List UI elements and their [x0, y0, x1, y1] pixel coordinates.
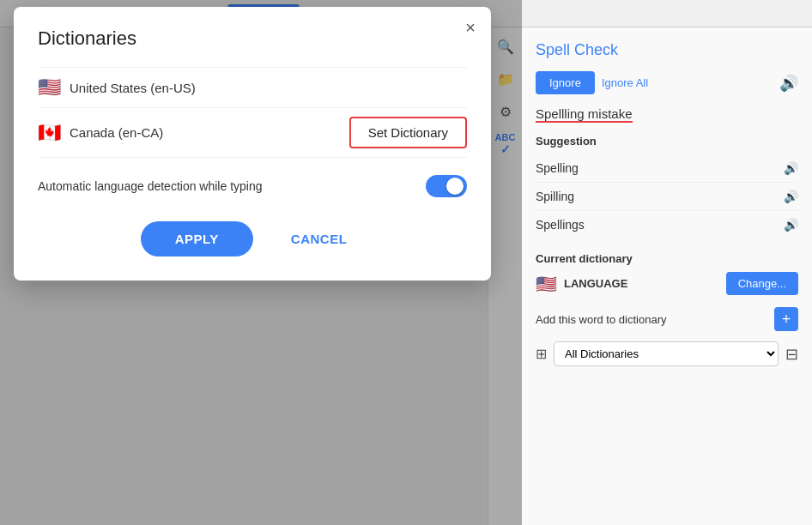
sound-icon[interactable]: 🔊 — [779, 74, 798, 93]
ignore-all-button[interactable]: Ignore All — [602, 76, 648, 89]
spell-check-panel: Spell Check Ignore Ignore All 🔊 Spelllin… — [522, 27, 812, 525]
toggle-track — [426, 175, 467, 197]
modal-actions: APPLY CANCEL — [38, 221, 467, 256]
ignore-button[interactable]: Ignore — [536, 71, 595, 94]
cancel-button[interactable]: CANCEL — [274, 221, 365, 256]
auto-detect-row: Automatic language detection while typin… — [38, 175, 467, 197]
auto-detect-toggle[interactable] — [426, 175, 467, 197]
change-button[interactable]: Change... — [726, 272, 798, 295]
spell-check-title: Spell Check — [536, 41, 798, 59]
dict-dropdown-row: ⊞ All Dictionaries ⊟ — [536, 341, 798, 366]
dict-item-ca[interactable]: 🇨🇦 Canada (en-CA) Set Dictionary — [38, 108, 467, 158]
grid-view-icon[interactable]: ⊟ — [785, 345, 798, 364]
auto-detect-label: Automatic language detection while typin… — [38, 179, 263, 193]
suggestion-item[interactable]: Spilling 🔊 — [536, 183, 798, 211]
us-dict-name: United States (en-US) — [70, 81, 467, 95]
dict-dropdown-icon: ⊞ — [536, 346, 547, 362]
lang-flag-icon: 🇺🇸 — [536, 274, 557, 294]
ca-flag-icon: 🇨🇦 — [38, 122, 61, 144]
sound-icon-1[interactable]: 🔊 — [784, 161, 798, 175]
all-dictionaries-select[interactable]: All Dictionaries — [554, 341, 779, 366]
us-flag-icon: 🇺🇸 — [38, 76, 61, 99]
dictionaries-modal: × Dictionaries 🇺🇸 United States (en-US) … — [14, 7, 491, 281]
suggestion-label: Suggestion — [536, 135, 798, 148]
current-dict-label: Current dictionary — [536, 252, 798, 265]
current-dict-row: 🇺🇸 LANGUAGE Change... — [536, 272, 798, 295]
modal-title: Dictionaries — [38, 27, 467, 50]
sound-icon-2[interactable]: 🔊 — [784, 190, 798, 203]
apply-button[interactable]: APPLY — [141, 221, 253, 256]
suggestions-section: Suggestion Spelling 🔊 Spilling 🔊 Spellin… — [536, 135, 798, 238]
set-dictionary-button[interactable]: Set Dictionary — [349, 117, 467, 148]
misspelled-word: Spellling mistake — [536, 106, 633, 123]
suggestion-item[interactable]: Spellings 🔊 — [536, 211, 798, 238]
modal-close-button[interactable]: × — [465, 19, 476, 36]
dict-item-us[interactable]: 🇺🇸 United States (en-US) — [38, 67, 467, 108]
dictionary-list: 🇺🇸 United States (en-US) 🇨🇦 Canada (en-C… — [38, 67, 467, 158]
ca-dict-name: Canada (en-CA) — [70, 125, 341, 140]
add-word-row: Add this word to dictionary + — [536, 307, 798, 331]
toggle-thumb — [446, 178, 464, 195]
lang-text: LANGUAGE — [564, 277, 719, 290]
suggestion-item[interactable]: Spelling 🔊 — [536, 154, 798, 183]
current-dict-section: Current dictionary 🇺🇸 LANGUAGE Change... — [536, 252, 798, 295]
add-word-button[interactable]: + — [774, 307, 798, 331]
sound-icon-3[interactable]: 🔊 — [784, 218, 798, 232]
add-word-label: Add this word to dictionary — [536, 313, 666, 326]
ignore-row: Ignore Ignore All 🔊 — [536, 71, 798, 94]
